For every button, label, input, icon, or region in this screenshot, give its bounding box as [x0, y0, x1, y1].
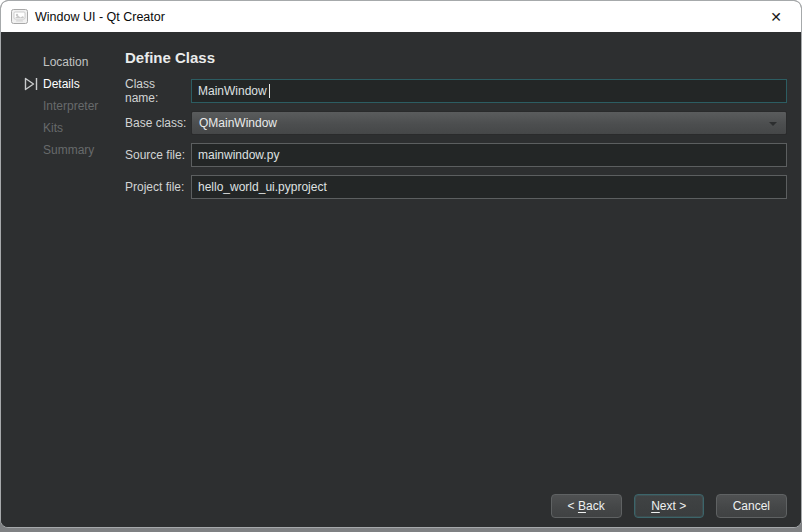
step-summary: Summary	[1, 139, 125, 161]
close-icon: ✕	[770, 9, 782, 25]
title-bar[interactable]: Window UI - Qt Creator ✕	[1, 1, 801, 32]
wizard-dialog-window: Window UI - Qt Creator ✕ Location Detail…	[0, 0, 802, 528]
step-location: Location	[1, 51, 125, 73]
wizard-steps-sidebar: Location Details Interpreter Kits Summar…	[1, 32, 125, 527]
step-kits: Kits	[1, 117, 125, 139]
class-name-input[interactable]	[191, 79, 787, 103]
next-button[interactable]: Next >	[634, 494, 704, 518]
step-interpreter: Interpreter	[1, 95, 125, 117]
class-name-row: Class name:	[125, 79, 787, 103]
close-button[interactable]: ✕	[761, 4, 791, 29]
back-label-post: ack	[586, 499, 605, 513]
source-file-row: Source file:	[125, 143, 787, 167]
step-label: Location	[43, 55, 88, 69]
back-label-mnemonic: B	[578, 499, 586, 513]
source-file-label: Source file:	[125, 148, 191, 162]
source-file-input[interactable]	[191, 143, 787, 167]
project-file-input[interactable]	[191, 175, 787, 199]
base-class-label: Base class:	[125, 116, 191, 130]
base-class-row: Base class: QMainWindow	[125, 111, 787, 135]
current-step-arrow-icon	[24, 77, 39, 91]
class-name-label: Class name:	[125, 77, 191, 105]
window-title: Window UI - Qt Creator	[35, 10, 761, 24]
cancel-button[interactable]: Cancel	[716, 494, 787, 518]
dialog-content: Location Details Interpreter Kits Summar…	[1, 32, 801, 527]
step-label: Summary	[43, 143, 94, 157]
wizard-button-row: < Back Next > Cancel	[551, 494, 787, 518]
text-cursor	[269, 84, 270, 98]
next-label-post: ext >	[660, 499, 686, 513]
base-class-selected-value: QMainWindow	[199, 116, 277, 130]
chevron-down-icon	[769, 122, 777, 126]
next-label-mnemonic: N	[651, 499, 660, 513]
back-button[interactable]: < Back	[551, 494, 622, 518]
page-title: Define Class	[125, 49, 787, 66]
cancel-label: Cancel	[733, 499, 770, 513]
base-class-combobox[interactable]: QMainWindow	[191, 111, 787, 135]
define-class-panel: Define Class Class name: Base class: QMa…	[125, 32, 801, 527]
app-icon	[11, 9, 28, 24]
step-label: Kits	[43, 121, 63, 135]
step-label: Interpreter	[43, 99, 98, 113]
source-file-field-wrap	[191, 143, 787, 167]
project-file-label: Project file:	[125, 180, 191, 194]
step-label: Details	[43, 77, 80, 91]
project-file-row: Project file:	[125, 175, 787, 199]
back-label-pre: <	[568, 499, 578, 513]
class-name-field-wrap	[191, 79, 787, 103]
step-details: Details	[1, 73, 125, 95]
project-file-field-wrap	[191, 175, 787, 199]
